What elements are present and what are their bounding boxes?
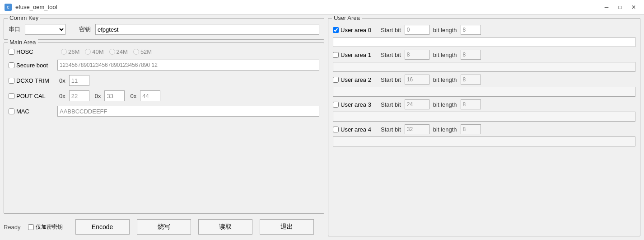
radio-26m-label[interactable]: 26M — [61, 48, 79, 55]
pout-prefix2: 0x — [95, 93, 101, 99]
bit-length-label-1: bit length — [433, 52, 457, 58]
radio-52m-text: 52M — [140, 48, 152, 55]
mac-label: MAC — [16, 108, 29, 115]
burn-button[interactable]: 烧写 — [137, 219, 191, 235]
mac-checkbox[interactable] — [9, 108, 14, 114]
user-area-2-bit-length[interactable] — [461, 75, 481, 85]
secure-boot-checkbox-label[interactable]: Secure boot — [9, 62, 54, 69]
encode-button[interactable]: Encode — [75, 219, 130, 235]
user-area-0-row: User area 0 Start bit bit length — [333, 25, 635, 47]
hosc-checkbox-label[interactable]: HOSC — [9, 48, 54, 55]
hosc-checkbox[interactable] — [9, 49, 14, 55]
user-area-3-label[interactable]: User area 3 — [333, 101, 373, 108]
radio-52m[interactable] — [133, 49, 139, 55]
user-area-0-text: User area 0 — [341, 27, 371, 33]
port-select[interactable] — [25, 24, 65, 35]
pout-cal-checkbox[interactable] — [9, 93, 14, 99]
exit-button[interactable]: 退出 — [260, 219, 314, 235]
pout-value3-input[interactable] — [140, 90, 160, 101]
bit-length-label-2: bit length — [433, 76, 457, 83]
radio-26m-text: 26M — [68, 48, 79, 55]
user-area-1-start-bit[interactable] — [405, 50, 429, 60]
mac-row: MAC — [9, 106, 319, 117]
encrypt-checkbox[interactable] — [28, 224, 34, 230]
mac-checkbox-label[interactable]: MAC — [9, 108, 54, 115]
read-button[interactable]: 读取 — [198, 219, 252, 235]
user-area-3-start-bit[interactable] — [405, 99, 429, 109]
dcxo-trim-row: DCXO TRIM 0x — [9, 75, 319, 86]
maximize-button[interactable]: □ — [614, 3, 626, 12]
user-area-4-text: User area 4 — [341, 126, 371, 133]
bottom-bar: Ready 仅加密密钥 Encode 烧写 读取 退出 — [4, 216, 324, 236]
start-bit-label-2: Start bit — [381, 76, 401, 83]
dcxo-trim-label: DCXO TRIM — [16, 77, 49, 84]
radio-40m-text: 40M — [92, 48, 103, 55]
user-area-1-checkbox[interactable] — [333, 52, 339, 58]
key-input[interactable] — [95, 24, 319, 35]
main-area-group: Main Area HOSC 26M — [4, 42, 324, 214]
radio-26m[interactable] — [61, 49, 67, 55]
title-bar-controls: ─ □ ✕ — [601, 3, 639, 12]
user-area-1-label[interactable]: User area 1 — [333, 52, 373, 58]
user-area-2-checkbox[interactable] — [333, 77, 339, 83]
user-area-4-checkbox[interactable] — [333, 127, 339, 132]
user-area-4-start-bit[interactable] — [405, 124, 429, 134]
user-area-2-label[interactable]: User area 2 — [333, 76, 373, 83]
ready-label: Ready — [4, 224, 21, 231]
bit-length-label-4: bit length — [433, 126, 457, 133]
radio-24m-label[interactable]: 24M — [109, 48, 128, 55]
user-area-0-top: User area 0 Start bit bit length — [333, 25, 635, 35]
secure-boot-row: Secure boot — [9, 60, 319, 71]
user-area-3-top: User area 3 Start bit bit length — [333, 99, 635, 109]
title-bar: e efuse_oem_tool ─ □ ✕ — [0, 0, 644, 14]
user-area-2-input[interactable] — [333, 87, 635, 97]
user-area-0-bit-length[interactable] — [461, 25, 481, 35]
bit-length-label-0: bit length — [433, 27, 457, 33]
user-area-4-input[interactable] — [333, 136, 635, 146]
user-area-2-start-bit[interactable] — [405, 75, 429, 85]
user-area-0-checkbox[interactable] — [333, 27, 339, 33]
close-button[interactable]: ✕ — [628, 3, 639, 12]
start-bit-label-4: Start bit — [381, 126, 401, 133]
encrypt-checkbox-label[interactable]: 仅加密密钥 — [28, 223, 63, 231]
hosc-radios: 26M 40M 24M 52M — [61, 48, 152, 55]
key-label: 密钥 — [79, 25, 91, 33]
main-area-content: HOSC 26M 40M 24M — [9, 48, 319, 117]
user-area-1-top: User area 1 Start bit bit length — [333, 50, 635, 60]
user-area-4-label[interactable]: User area 4 — [333, 126, 373, 133]
pout-cal-checkbox-label[interactable]: POUT CAL — [9, 93, 54, 99]
minimize-button[interactable]: ─ — [601, 3, 612, 12]
user-area-0-start-bit[interactable] — [405, 25, 429, 35]
dcxo-trim-checkbox[interactable] — [9, 78, 14, 84]
user-area-4-row: User area 4 Start bit bit length — [333, 124, 635, 146]
user-area-3-bit-length[interactable] — [461, 99, 481, 109]
dcxo-prefix: 0x — [59, 77, 65, 84]
radio-40m[interactable] — [85, 49, 91, 55]
mac-input[interactable] — [57, 106, 319, 117]
pout-value1-input[interactable] — [69, 90, 89, 101]
pout-prefix3: 0x — [130, 93, 136, 99]
dcxo-value-input[interactable] — [69, 75, 89, 86]
encrypt-label: 仅加密密钥 — [36, 223, 63, 231]
user-area-1-text: User area 1 — [341, 52, 371, 58]
hosc-label: HOSC — [16, 48, 33, 55]
main-content: Comm Key 串口 密钥 Main Area HOSC — [0, 14, 644, 240]
radio-24m[interactable] — [109, 49, 115, 55]
user-area-3-checkbox[interactable] — [333, 102, 339, 108]
radio-52m-label[interactable]: 52M — [133, 48, 152, 55]
user-area-3-input[interactable] — [333, 112, 635, 122]
pout-value2-input[interactable] — [104, 90, 125, 101]
user-area-4-bit-length[interactable] — [461, 124, 481, 134]
dcxo-trim-checkbox-label[interactable]: DCXO TRIM — [9, 77, 54, 84]
secure-boot-input[interactable] — [57, 60, 319, 71]
app-title: efuse_oem_tool — [15, 4, 57, 10]
port-label: 串口 — [9, 25, 20, 33]
user-area-group: User Area User area 0 Start bit bit leng… — [328, 18, 640, 236]
comm-key-group: Comm Key 串口 密钥 — [4, 18, 324, 40]
user-area-0-input[interactable] — [333, 37, 635, 47]
user-area-1-bit-length[interactable] — [461, 50, 481, 60]
radio-40m-label[interactable]: 40M — [85, 48, 103, 55]
secure-boot-checkbox[interactable] — [9, 62, 14, 68]
user-area-0-label[interactable]: User area 0 — [333, 27, 373, 33]
user-area-1-input[interactable] — [333, 62, 635, 72]
